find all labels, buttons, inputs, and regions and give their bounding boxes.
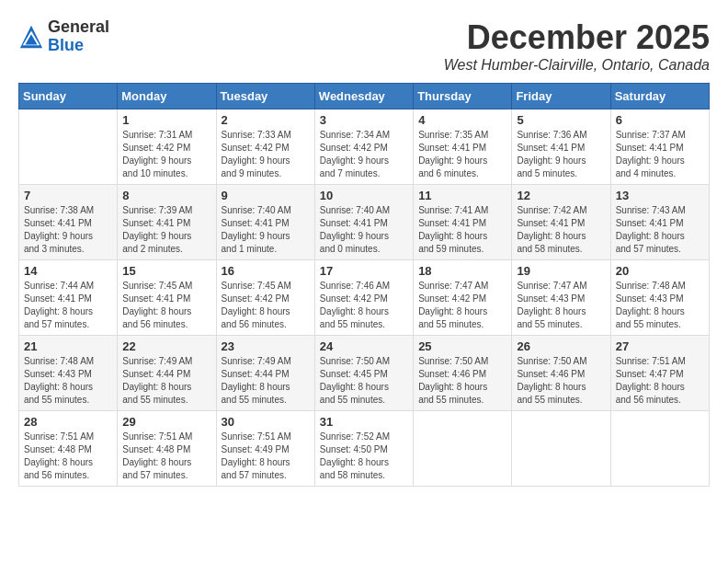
day-number: 26 [517,339,605,353]
day-info: Sunrise: 7:48 AM Sunset: 4:43 PM Dayligh… [616,280,704,331]
day-info: Sunrise: 7:47 AM Sunset: 4:43 PM Dayligh… [517,280,605,331]
day-number: 5 [517,113,605,127]
day-info: Sunrise: 7:45 AM Sunset: 4:42 PM Dayligh… [222,280,310,331]
day-info: Sunrise: 7:48 AM Sunset: 4:43 PM Dayligh… [24,355,112,407]
day-info: Sunrise: 7:40 AM Sunset: 4:41 PM Dayligh… [320,204,408,256]
day-number: 29 [122,415,210,429]
day-number: 9 [222,189,310,202]
logo-icon [18,24,44,50]
calendar-week-row: 1Sunrise: 7:31 AM Sunset: 4:42 PM Daylig… [19,109,710,185]
logo: General Blue [18,18,109,55]
day-info: Sunrise: 7:38 AM Sunset: 4:41 PM Dayligh… [24,204,112,256]
calendar-header-saturday: Saturday [610,84,709,109]
calendar-cell: 3Sunrise: 7:34 AM Sunset: 4:42 PM Daylig… [314,109,413,185]
day-number: 31 [320,415,408,429]
month-title: December 2025 [444,18,710,57]
calendar-header-monday: Monday [118,84,216,109]
calendar-cell: 25Sunrise: 7:50 AM Sunset: 4:46 PM Dayli… [414,336,512,411]
calendar-cell: 23Sunrise: 7:49 AM Sunset: 4:44 PM Dayli… [216,336,314,411]
day-info: Sunrise: 7:35 AM Sunset: 4:41 PM Dayligh… [418,129,506,180]
calendar-cell: 16Sunrise: 7:45 AM Sunset: 4:42 PM Dayli… [216,260,314,336]
calendar-header-friday: Friday [512,84,610,109]
day-number: 2 [222,113,310,127]
calendar-header-tuesday: Tuesday [216,84,314,109]
day-number: 28 [24,415,112,429]
calendar-cell: 5Sunrise: 7:36 AM Sunset: 4:41 PM Daylig… [512,109,610,185]
calendar-cell: 4Sunrise: 7:35 AM Sunset: 4:41 PM Daylig… [414,109,512,185]
day-number: 24 [320,339,408,353]
calendar-cell: 14Sunrise: 7:44 AM Sunset: 4:41 PM Dayli… [19,260,118,336]
day-info: Sunrise: 7:41 AM Sunset: 4:41 PM Dayligh… [418,204,506,256]
logo-general-text: General [48,18,109,37]
day-number: 15 [122,264,210,278]
day-info: Sunrise: 7:36 AM Sunset: 4:41 PM Dayligh… [517,129,605,180]
day-info: Sunrise: 7:50 AM Sunset: 4:46 PM Dayligh… [418,355,506,407]
day-number: 19 [517,264,605,278]
day-info: Sunrise: 7:51 AM Sunset: 4:48 PM Dayligh… [24,431,112,482]
calendar-cell: 6Sunrise: 7:37 AM Sunset: 4:41 PM Daylig… [610,109,709,185]
calendar-cell: 27Sunrise: 7:51 AM Sunset: 4:47 PM Dayli… [610,336,709,411]
day-info: Sunrise: 7:51 AM Sunset: 4:48 PM Dayligh… [122,431,210,482]
calendar-header-sunday: Sunday [19,84,118,109]
calendar-cell [19,109,118,185]
day-info: Sunrise: 7:44 AM Sunset: 4:41 PM Dayligh… [24,280,112,331]
day-number: 23 [222,339,310,353]
day-number: 25 [418,339,506,353]
day-info: Sunrise: 7:47 AM Sunset: 4:42 PM Dayligh… [418,280,506,331]
calendar-cell: 1Sunrise: 7:31 AM Sunset: 4:42 PM Daylig… [118,109,216,185]
day-number: 14 [24,264,112,278]
day-info: Sunrise: 7:42 AM Sunset: 4:41 PM Dayligh… [517,204,605,256]
day-info: Sunrise: 7:49 AM Sunset: 4:44 PM Dayligh… [122,355,210,407]
header-area: General Blue December 2025 West Humber-C… [18,18,710,74]
calendar-cell: 20Sunrise: 7:48 AM Sunset: 4:43 PM Dayli… [610,260,709,336]
day-info: Sunrise: 7:34 AM Sunset: 4:42 PM Dayligh… [320,129,408,180]
calendar-cell: 2Sunrise: 7:33 AM Sunset: 4:42 PM Daylig… [216,109,314,185]
calendar-cell [610,411,709,487]
day-info: Sunrise: 7:46 AM Sunset: 4:42 PM Dayligh… [320,280,408,331]
calendar-cell: 19Sunrise: 7:47 AM Sunset: 4:43 PM Dayli… [512,260,610,336]
calendar-cell: 30Sunrise: 7:51 AM Sunset: 4:49 PM Dayli… [216,411,314,487]
day-number: 13 [616,189,704,202]
day-info: Sunrise: 7:31 AM Sunset: 4:42 PM Dayligh… [122,129,210,180]
calendar-cell: 17Sunrise: 7:46 AM Sunset: 4:42 PM Dayli… [314,260,413,336]
calendar-week-row: 28Sunrise: 7:51 AM Sunset: 4:48 PM Dayli… [19,411,710,487]
day-number: 10 [320,189,408,202]
day-info: Sunrise: 7:51 AM Sunset: 4:49 PM Dayligh… [222,431,310,482]
calendar-cell: 7Sunrise: 7:38 AM Sunset: 4:41 PM Daylig… [19,185,118,260]
day-info: Sunrise: 7:49 AM Sunset: 4:44 PM Dayligh… [222,355,310,407]
calendar-cell: 10Sunrise: 7:40 AM Sunset: 4:41 PM Dayli… [314,185,413,260]
day-info: Sunrise: 7:39 AM Sunset: 4:41 PM Dayligh… [122,204,210,256]
logo-blue-text: Blue [48,37,109,55]
day-info: Sunrise: 7:50 AM Sunset: 4:46 PM Dayligh… [517,355,605,407]
day-number: 18 [418,264,506,278]
day-number: 17 [320,264,408,278]
day-number: 8 [122,189,210,202]
day-number: 20 [616,264,704,278]
day-number: 1 [122,113,210,127]
day-number: 30 [222,415,310,429]
calendar-week-row: 14Sunrise: 7:44 AM Sunset: 4:41 PM Dayli… [19,260,710,336]
calendar-cell: 24Sunrise: 7:50 AM Sunset: 4:45 PM Dayli… [314,336,413,411]
day-number: 6 [616,113,704,127]
calendar-cell: 13Sunrise: 7:43 AM Sunset: 4:41 PM Dayli… [610,185,709,260]
day-number: 12 [517,189,605,202]
calendar-cell: 15Sunrise: 7:45 AM Sunset: 4:41 PM Dayli… [118,260,216,336]
calendar-cell: 18Sunrise: 7:47 AM Sunset: 4:42 PM Dayli… [414,260,512,336]
day-number: 21 [24,339,112,353]
calendar: SundayMondayTuesdayWednesdayThursdayFrid… [18,83,710,487]
title-area: December 2025 West Humber-Clairville, On… [444,18,710,74]
day-info: Sunrise: 7:40 AM Sunset: 4:41 PM Dayligh… [222,204,310,256]
calendar-cell: 31Sunrise: 7:52 AM Sunset: 4:50 PM Dayli… [314,411,413,487]
day-info: Sunrise: 7:50 AM Sunset: 4:45 PM Dayligh… [320,355,408,407]
calendar-week-row: 21Sunrise: 7:48 AM Sunset: 4:43 PM Dayli… [19,336,710,411]
day-info: Sunrise: 7:37 AM Sunset: 4:41 PM Dayligh… [616,129,704,180]
calendar-week-row: 7Sunrise: 7:38 AM Sunset: 4:41 PM Daylig… [19,185,710,260]
calendar-cell: 21Sunrise: 7:48 AM Sunset: 4:43 PM Dayli… [19,336,118,411]
location-title: West Humber-Clairville, Ontario, Canada [444,57,710,74]
day-number: 11 [418,189,506,202]
calendar-cell: 9Sunrise: 7:40 AM Sunset: 4:41 PM Daylig… [216,185,314,260]
day-info: Sunrise: 7:33 AM Sunset: 4:42 PM Dayligh… [222,129,310,180]
calendar-header-row: SundayMondayTuesdayWednesdayThursdayFrid… [19,84,710,109]
day-info: Sunrise: 7:52 AM Sunset: 4:50 PM Dayligh… [320,431,408,482]
calendar-header-wednesday: Wednesday [314,84,413,109]
